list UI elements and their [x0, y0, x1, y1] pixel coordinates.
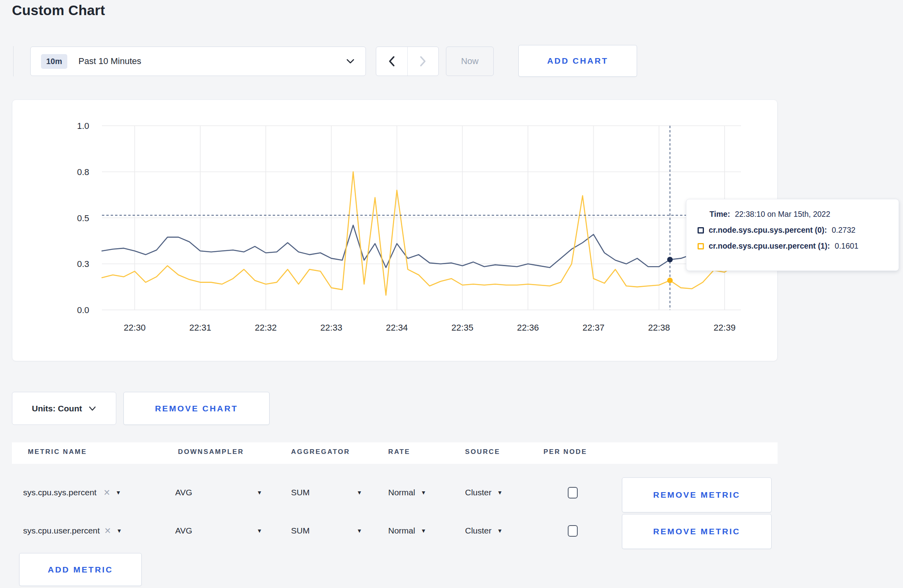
rate-select[interactable]: Normal ▼: [388, 474, 426, 511]
aggregator-select[interactable]: SUM ▼: [291, 474, 362, 511]
svg-text:22:34: 22:34: [386, 323, 408, 333]
col-header-downsampler: DOWNSAMPLER: [178, 448, 244, 456]
rate-value: Normal: [388, 488, 415, 497]
time-range-badge: 10m: [41, 54, 67, 69]
svg-text:22:30: 22:30: [124, 323, 146, 333]
svg-text:22:35: 22:35: [452, 323, 473, 333]
time-forward-button[interactable]: [408, 47, 439, 76]
toolbar-left-divider: [13, 46, 14, 76]
aggregator-select[interactable]: SUM ▼: [291, 512, 362, 549]
time-back-button[interactable]: [376, 47, 408, 76]
per-node-checkbox[interactable]: [568, 525, 578, 537]
clear-metric-icon[interactable]: ×: [105, 526, 111, 536]
time-range-label: Past 10 Minutes: [78, 56, 346, 66]
metrics-table-header: METRIC NAME DOWNSAMPLER AGGREGATOR RATE …: [12, 442, 778, 464]
series-user-legend-swatch-icon: [698, 243, 704, 249]
rate-select[interactable]: Normal ▼: [388, 512, 426, 549]
metric-name-select[interactable]: sys.cpu.sys.percent × ▼: [23, 474, 121, 511]
chart-card: 0.00.30.50.81.022:3022:3122:3222:3322:34…: [12, 99, 778, 361]
svg-text:0.0: 0.0: [77, 305, 89, 315]
chevron-down-icon: [88, 406, 96, 411]
svg-text:22:39: 22:39: [713, 323, 735, 333]
dropdown-caret-icon: ▼: [421, 489, 426, 496]
svg-text:22:36: 22:36: [517, 323, 539, 333]
svg-text:22:37: 22:37: [582, 323, 604, 333]
add-metric-button[interactable]: ADD METRIC: [19, 553, 142, 586]
dropdown-caret-icon: ▼: [357, 489, 362, 496]
dropdown-caret-icon: ▼: [257, 528, 262, 534]
dropdown-caret-icon: ▼: [497, 528, 503, 534]
tooltip-series-user-value: 0.1601: [835, 241, 859, 251]
aggregator-value: SUM: [291, 488, 310, 497]
add-chart-button[interactable]: ADD CHART: [518, 45, 637, 77]
tooltip-series-user-label: cr.node.sys.cpu.user.percent (1):: [709, 241, 830, 251]
chevron-down-icon: [346, 58, 355, 64]
remove-metric-button[interactable]: REMOVE METRIC: [622, 514, 772, 549]
svg-text:22:31: 22:31: [189, 323, 211, 333]
source-value: Cluster: [465, 488, 492, 497]
tooltip-time-label: Time:: [710, 210, 730, 219]
time-range-select[interactable]: 10m Past 10 Minutes: [30, 47, 366, 76]
remove-chart-button[interactable]: REMOVE CHART: [123, 392, 270, 425]
dropdown-caret-icon[interactable]: ▼: [115, 489, 121, 496]
per-node-cell: [568, 512, 578, 549]
tooltip-series-sys-label: cr.node.sys.cpu.sys.percent (0):: [709, 226, 827, 235]
series-sys-legend-swatch-icon: [698, 227, 704, 234]
chevron-left-icon: [387, 55, 396, 67]
units-label: Units: Count: [32, 404, 82, 413]
dropdown-caret-icon[interactable]: ▼: [116, 528, 122, 534]
tooltip-time-value: 22:38:10 on Mar 15th, 2022: [735, 210, 831, 219]
downsampler-select[interactable]: AVG ▼: [175, 474, 262, 511]
source-value: Cluster: [465, 526, 492, 535]
svg-text:1.0: 1.0: [77, 121, 89, 131]
per-node-checkbox[interactable]: [568, 487, 578, 498]
clear-metric-icon[interactable]: ×: [104, 487, 110, 498]
rate-value: Normal: [388, 526, 415, 535]
source-select[interactable]: Cluster ▼: [465, 474, 502, 511]
downsampler-select[interactable]: AVG ▼: [175, 512, 262, 549]
page-title: Custom Chart: [12, 2, 105, 18]
dropdown-caret-icon: ▼: [421, 528, 426, 534]
svg-text:22:38: 22:38: [648, 323, 670, 333]
metric-name-value: sys.cpu.user.percent: [23, 526, 100, 535]
chart-plot[interactable]: 0.00.30.50.81.022:3022:3122:3222:3322:34…: [12, 100, 778, 362]
svg-text:22:33: 22:33: [321, 323, 342, 333]
units-select[interactable]: Units: Count: [12, 392, 116, 425]
svg-text:0.3: 0.3: [77, 259, 89, 269]
col-header-aggregator: AGGREGATOR: [291, 448, 350, 456]
dropdown-caret-icon: ▼: [497, 489, 503, 496]
svg-text:0.8: 0.8: [77, 167, 89, 177]
chart-hover-tooltip: Time: 22:38:10 on Mar 15th, 2022 cr.node…: [686, 199, 899, 271]
svg-text:0.5: 0.5: [77, 213, 89, 223]
time-nav-group: [376, 47, 439, 76]
aggregator-value: SUM: [291, 526, 310, 535]
chevron-right-icon: [418, 55, 427, 67]
now-button[interactable]: Now: [446, 47, 494, 76]
col-header-rate: RATE: [388, 448, 410, 456]
col-header-metric-name: METRIC NAME: [28, 448, 87, 456]
dropdown-caret-icon: ▼: [357, 528, 362, 534]
per-node-cell: [568, 474, 578, 511]
col-header-source: SOURCE: [465, 448, 500, 456]
downsampler-value: AVG: [175, 526, 192, 535]
dropdown-caret-icon: ▼: [257, 489, 262, 496]
col-header-per-node: PER NODE: [543, 448, 587, 456]
downsampler-value: AVG: [175, 488, 192, 497]
tooltip-series-sys-value: 0.2732: [832, 226, 856, 235]
metric-name-select[interactable]: sys.cpu.user.percent × ▼: [23, 512, 122, 549]
custom-chart-page: Custom Chart 10m Past 10 Minutes Now ADD…: [0, 0, 903, 588]
metric-name-value: sys.cpu.sys.percent: [23, 488, 96, 497]
source-select[interactable]: Cluster ▼: [465, 512, 502, 549]
remove-metric-button[interactable]: REMOVE METRIC: [622, 477, 772, 512]
svg-text:22:32: 22:32: [255, 323, 277, 333]
